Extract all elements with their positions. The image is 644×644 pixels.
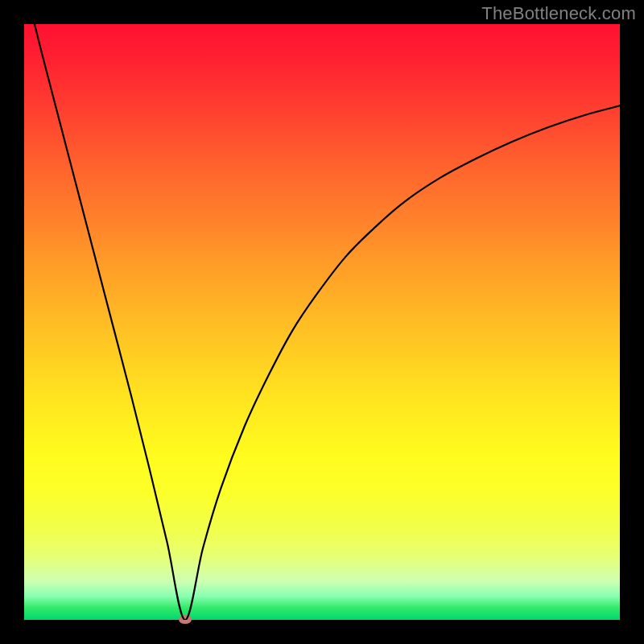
chart-frame: TheBottleneck.com <box>0 0 644 644</box>
watermark-text: TheBottleneck.com <box>481 3 636 24</box>
bottleneck-curve <box>24 24 620 620</box>
